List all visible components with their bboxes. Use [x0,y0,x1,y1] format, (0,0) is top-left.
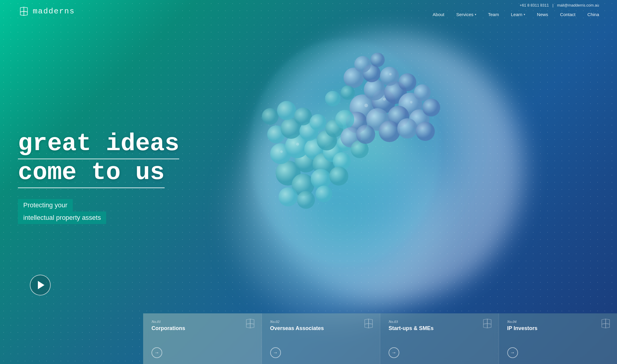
hero-section: madderns +61 8 8311 8311 | mail@madderns… [0,0,617,364]
svg-point-30 [416,122,435,141]
svg-point-50 [316,186,332,202]
pipe-divider: | [553,3,553,7]
card-logo-3 [482,318,493,329]
svg-point-49 [297,191,315,209]
card-logo-4 [600,318,611,329]
card-corporations: No.01 Corporations → [143,313,262,364]
card-number-2: No.02 [270,319,372,324]
card-number-3: No.03 [389,319,490,324]
email-address: mail@madderns.com.au [557,3,599,7]
subtitle-line-2: intellectual property assets [18,211,106,224]
svg-point-29 [397,118,417,139]
svg-point-42 [341,85,355,100]
svg-point-16 [310,114,326,131]
hero-content: great ideas come to us Protecting your i… [18,130,179,224]
card-number-4: No.04 [507,319,609,324]
logo-icon [18,5,30,17]
svg-point-53 [410,101,412,103]
card-logo-1 [245,318,256,329]
logo-text: madderns [33,7,75,16]
svg-point-41 [325,91,341,106]
svg-point-54 [296,143,299,146]
card-number-1: No.01 [151,319,253,324]
svg-point-47 [329,167,348,186]
bottom-cards: No.01 Corporations → No.02 [143,313,617,364]
svg-point-48 [279,187,298,206]
logo-area: madderns [18,5,75,17]
topbar: madderns +61 8 8311 8311 | mail@madderns… [0,0,617,17]
card-startups: No.03 Start-ups & SMEs → [380,313,499,364]
svg-point-51 [364,104,368,107]
card-arrow-3[interactable]: → [389,347,399,358]
svg-point-34 [398,73,416,91]
card-title-4: IP Investors [507,325,609,332]
svg-point-14 [277,101,296,120]
play-icon [38,281,44,289]
svg-point-35 [414,84,431,101]
card-overseas: No.02 Overseas Associates → [262,313,381,364]
contact-info: +61 8 8311 8311 | mail@madderns.com.au [520,3,599,7]
sphere-cluster [228,18,461,271]
svg-point-33 [380,67,399,86]
svg-point-36 [422,99,440,116]
svg-point-56 [389,73,392,75]
card-investors: No.04 IP Investors → [499,313,617,364]
svg-point-15 [294,108,312,125]
svg-point-40 [356,125,375,144]
phone-number: +61 8 8311 8311 [520,3,549,7]
svg-point-52 [383,98,386,101]
play-button[interactable] [30,275,51,295]
svg-point-28 [379,121,400,142]
card-title-2: Overseas Associates [270,325,372,332]
card-logo-2 [363,318,374,329]
card-title-3: Start-ups & SMEs [389,325,490,332]
svg-point-44 [370,53,385,67]
svg-point-55 [280,150,283,153]
card-arrow-2[interactable]: → [270,347,281,358]
subtitle-line-1: Protecting your [18,199,73,211]
svg-point-46 [311,169,331,189]
card-title-1: Corporations [151,325,253,332]
svg-point-37 [335,110,354,129]
card-arrow-1[interactable]: → [151,347,162,358]
hero-headline: great ideas come to us [18,130,179,188]
svg-point-43 [354,56,371,73]
hero-subtitle: Protecting your intellectual property as… [18,199,179,224]
svg-point-13 [262,108,279,125]
card-arrow-4[interactable]: → [507,347,518,358]
